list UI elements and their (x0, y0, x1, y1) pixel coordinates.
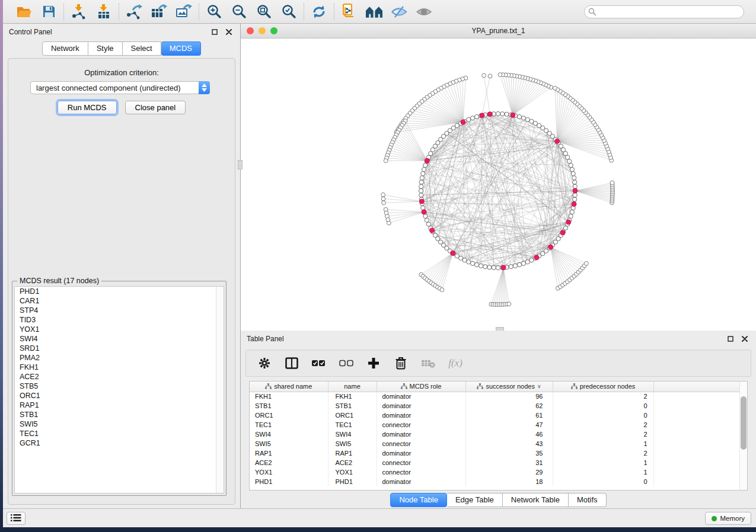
cell-successor-nodes[interactable]: 47 (465, 420, 553, 430)
cell-shared-name[interactable]: SWI5 (250, 439, 328, 448)
tab-edge-table[interactable]: Edge Table (447, 493, 503, 507)
cell-shared-name[interactable]: YOX1 (250, 467, 328, 477)
cell-MCDS-role[interactable]: connector (377, 439, 465, 448)
cell-predecessor-nodes[interactable]: 1 (553, 439, 653, 448)
close-panel-button[interactable]: Close panel (125, 101, 186, 114)
close-table-panel-icon[interactable] (739, 334, 750, 344)
result-list-scrollbar[interactable] (216, 287, 224, 493)
mcds-result-item[interactable]: ORC1 (15, 391, 224, 400)
cell-MCDS-role[interactable]: dominator (377, 401, 465, 411)
cell-successor-nodes[interactable]: 35 (465, 448, 553, 458)
cell-predecessor-nodes[interactable]: 1 (553, 458, 653, 467)
cell-MCDS-role[interactable]: dominator (377, 430, 465, 439)
cell-shared-name[interactable]: ORC1 (250, 411, 328, 420)
mcds-result-item[interactable]: YOX1 (15, 325, 224, 334)
mcds-result-item[interactable]: GCR1 (15, 438, 224, 448)
table-row[interactable]: YOX1YOX1connector291 (250, 467, 747, 477)
cell-successor-nodes[interactable]: 18 (465, 477, 553, 486)
zoom-in-icon[interactable] (205, 4, 223, 20)
zoom-selected-icon[interactable] (280, 4, 298, 20)
cell-shared-name[interactable]: PHD1 (250, 477, 328, 486)
column-header-shared-name[interactable]: shared name (250, 382, 328, 392)
panel-splitter-handle[interactable] (238, 160, 243, 169)
tab-mcds[interactable]: MCDS (161, 41, 201, 56)
mcds-result-item[interactable]: FKH1 (15, 363, 224, 372)
tab-network-table[interactable]: Network Table (503, 493, 569, 507)
network-window-titlebar[interactable]: YPA_prune.txt_1 (241, 24, 756, 39)
search-input[interactable] (584, 5, 744, 18)
mcds-result-item[interactable]: PMA2 (15, 353, 224, 363)
cell-predecessor-nodes[interactable]: 2 (553, 448, 653, 458)
hide-graphics-eye-icon[interactable] (390, 4, 408, 20)
cell-MCDS-role[interactable]: connector (377, 467, 465, 477)
mcds-result-item[interactable]: SWI5 (15, 419, 224, 429)
cell-predecessor-nodes[interactable]: 0 (553, 477, 653, 486)
delete-icon[interactable] (393, 355, 409, 371)
cell-shared-name[interactable]: RAP1 (250, 448, 328, 458)
close-panel-icon[interactable] (224, 27, 234, 37)
cell-successor-nodes[interactable]: 61 (465, 411, 553, 420)
optimization-criterion-select[interactable]: largest connected component (undirected) (30, 81, 210, 94)
cell-successor-nodes[interactable]: 62 (465, 401, 553, 411)
float-panel-icon[interactable] (209, 27, 220, 37)
tab-select[interactable]: Select (123, 41, 161, 56)
mcds-result-item[interactable]: SWI4 (15, 334, 224, 344)
mcds-result-item[interactable]: RAP1 (15, 400, 224, 410)
table-scrollbar[interactable] (739, 382, 747, 490)
cell-name[interactable]: ORC1 (328, 411, 377, 420)
cell-MCDS-role[interactable]: dominator (377, 411, 465, 420)
mcds-result-item[interactable]: STB1 (15, 410, 224, 419)
cell-MCDS-role[interactable]: dominator (377, 477, 465, 486)
mcds-result-item[interactable]: TEC1 (15, 429, 224, 438)
cell-predecessor-nodes[interactable]: 2 (553, 430, 653, 439)
zoom-out-icon[interactable] (230, 4, 248, 20)
tab-network[interactable]: Network (42, 41, 88, 56)
column-header-successor-nodes[interactable]: successor nodes∨ (465, 382, 553, 392)
import-network-icon[interactable] (70, 4, 88, 20)
cell-MCDS-role[interactable]: connector (377, 458, 465, 467)
network-view[interactable] (241, 39, 756, 331)
table-scrollbar-thumb[interactable] (741, 396, 747, 450)
table-row[interactable]: ACE2ACE2connector311 (250, 458, 747, 467)
cell-successor-nodes[interactable]: 43 (465, 439, 553, 448)
cell-shared-name[interactable]: TEC1 (250, 420, 328, 430)
cell-name[interactable]: TEC1 (328, 420, 377, 430)
task-history-button[interactable] (7, 512, 25, 525)
cell-shared-name[interactable]: STB1 (250, 401, 328, 411)
mcds-result-item[interactable]: STB5 (15, 382, 224, 391)
cell-predecessor-nodes[interactable]: 2 (553, 392, 653, 401)
table-settings-gear-icon[interactable] (257, 355, 272, 371)
cell-name[interactable]: STB1 (328, 401, 377, 411)
cell-successor-nodes[interactable]: 96 (465, 392, 553, 401)
column-header-name[interactable]: name (328, 382, 377, 392)
table-row[interactable]: SWI5SWI5connector431 (250, 439, 747, 448)
table-row[interactable]: PHD1PHD1dominator180 (250, 477, 747, 486)
cell-predecessor-nodes[interactable]: 1 (553, 467, 653, 477)
cell-name[interactable]: SWI4 (328, 430, 377, 439)
mcds-result-item[interactable]: PHD1 (15, 287, 224, 296)
cell-successor-nodes[interactable]: 31 (465, 458, 553, 467)
cell-successor-nodes[interactable]: 29 (465, 467, 553, 477)
cell-name[interactable]: RAP1 (328, 448, 377, 458)
tab-node-table[interactable]: Node Table (390, 493, 447, 507)
column-header-predecessor-nodes[interactable]: predecessor nodes (553, 382, 653, 392)
open-session-icon[interactable] (15, 4, 33, 20)
mcds-result-list[interactable]: PHD1CAR1STP4TID3YOX1SWI4SRD1PMA2FKH1ACE2… (14, 286, 224, 493)
network-graph[interactable] (241, 39, 756, 331)
tab-motifs[interactable]: Motifs (569, 493, 607, 507)
zoom-fit-icon[interactable] (255, 4, 273, 20)
table-row[interactable]: SWI4SWI4dominator462 (250, 430, 747, 439)
add-icon[interactable] (366, 355, 381, 371)
deselect-all-icon[interactable] (339, 355, 354, 371)
cell-MCDS-role[interactable]: connector (377, 420, 465, 430)
table-row[interactable]: ORC1ORC1dominator610 (250, 411, 747, 420)
cell-predecessor-nodes[interactable]: 2 (553, 420, 653, 430)
mcds-result-item[interactable]: TID3 (15, 315, 224, 325)
mcds-result-item[interactable]: CAR1 (15, 296, 224, 306)
mcds-result-item[interactable]: SRD1 (15, 344, 224, 353)
cell-name[interactable]: FKH1 (328, 392, 377, 401)
share-network-icon[interactable] (340, 4, 358, 20)
cell-successor-nodes[interactable]: 46 (465, 430, 553, 439)
cell-predecessor-nodes[interactable]: 0 (553, 401, 653, 411)
run-mcds-button[interactable]: Run MCDS (58, 101, 117, 114)
